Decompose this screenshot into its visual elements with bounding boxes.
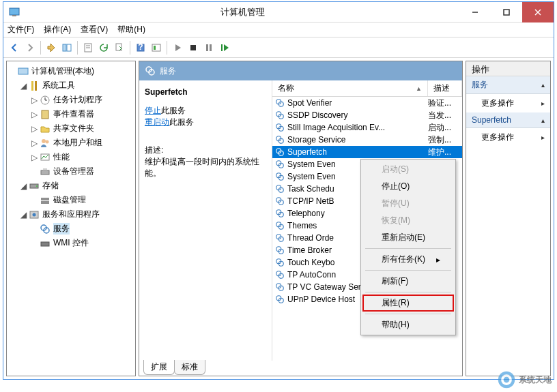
details-pane: Superfetch 停止此服务 重启动此服务 描述: 维护和提高一段时间内的系… — [139, 80, 272, 361]
tree-system-tools[interactable]: ◢系统工具 — [8, 78, 134, 93]
service-desc: 维护... — [428, 147, 459, 158]
service-row[interactable]: Still Image Acquisition Ev...启动... — [272, 121, 462, 134]
restart-button[interactable] — [218, 41, 231, 55]
tree-services-apps[interactable]: ◢服务和应用程序 — [8, 207, 134, 222]
action-more-2[interactable]: 更多操作▸ — [466, 128, 550, 147]
cm-resume: 恢复(M) — [362, 212, 454, 229]
window-title: 计算机管理 — [25, 6, 459, 18]
service-desc: 验证... — [428, 97, 459, 109]
minimize-button[interactable] — [459, 2, 491, 22]
help-button[interactable]: ? — [134, 41, 147, 55]
cm-start: 启动(S) — [362, 161, 454, 178]
action-group-superfetch[interactable]: Superfetch▴ — [466, 112, 550, 128]
menu-action[interactable]: 操作(A) — [44, 24, 71, 35]
col-name[interactable]: 名称▲ — [272, 80, 428, 96]
tree-wmi[interactable]: WMI 控件 — [8, 236, 134, 250]
back-button[interactable] — [8, 41, 21, 55]
tree-event-viewer[interactable]: ▷事件查看器 — [8, 107, 134, 121]
tree-disk-management[interactable]: 磁盘管理 — [8, 193, 134, 207]
cm-pause: 暂停(U) — [362, 195, 454, 212]
svg-rect-20 — [18, 68, 28, 74]
svg-rect-16 — [190, 45, 196, 50]
center-header: 服务 — [139, 61, 462, 80]
svg-point-79 — [504, 377, 510, 383]
tree-panel[interactable]: 计算机管理(本地) ◢系统工具 ▷任务计划程序 ▷事件查看器 ▷共享文件夹 ▷本… — [6, 61, 136, 376]
service-name: Still Image Acquisition Ev... — [287, 123, 428, 132]
service-name: Storage Service — [287, 135, 428, 145]
tree-root[interactable]: 计算机管理(本地) — [8, 64, 134, 78]
close-button[interactable] — [522, 2, 554, 22]
service-row[interactable]: SSDP Discovery当发... — [272, 109, 462, 121]
svg-rect-22 — [35, 81, 37, 91]
service-name: Superfetch — [287, 147, 428, 157]
tree-services[interactable]: 服务 — [8, 222, 134, 236]
service-row[interactable]: Spot Verifier验证... — [272, 97, 462, 109]
desc-label: 描述: — [145, 145, 266, 156]
tree-storage[interactable]: ◢存储 — [8, 179, 134, 193]
show-hide-tree-button[interactable] — [60, 41, 74, 55]
watermark: 系统天地 — [497, 370, 552, 389]
service-row[interactable]: Superfetch维护... — [272, 146, 462, 158]
svg-rect-34 — [41, 198, 49, 200]
svg-rect-0 — [10, 8, 19, 15]
play-button[interactable] — [171, 41, 184, 55]
svg-point-28 — [46, 140, 49, 143]
menu-help[interactable]: 帮助(H) — [117, 24, 145, 35]
cm-refresh[interactable]: 刷新(F) — [362, 273, 454, 290]
service-row[interactable]: Storage Service强制... — [272, 134, 462, 146]
svg-rect-26 — [42, 110, 48, 119]
desc-text: 维护和提高一段时间内的系统性能。 — [145, 156, 266, 179]
svg-text:?: ? — [138, 42, 143, 52]
svg-rect-17 — [206, 44, 208, 51]
svg-rect-21 — [31, 81, 33, 91]
service-desc: 启动... — [428, 122, 459, 134]
svg-rect-14 — [152, 44, 160, 51]
cm-restart[interactable]: 重新启动(E) — [362, 229, 454, 246]
up-button[interactable] — [44, 41, 58, 55]
tree-device-manager[interactable]: 设备管理器 — [8, 164, 134, 179]
cm-stop[interactable]: 停止(O) — [362, 178, 454, 195]
context-menu[interactable]: 启动(S) 停止(O) 暂停(U) 恢复(M) 重新启动(E) 所有任务(K)▸… — [360, 159, 456, 335]
svg-rect-15 — [154, 46, 156, 50]
tab-extended[interactable]: 扩展 — [143, 360, 175, 375]
svg-rect-19 — [221, 44, 223, 51]
svg-rect-7 — [67, 44, 71, 51]
cm-help[interactable]: 帮助(H) — [362, 316, 454, 333]
actions-title: 操作 — [466, 61, 550, 76]
cm-properties[interactable]: 属性(R) — [362, 295, 454, 312]
maximize-button[interactable] — [491, 2, 522, 22]
export-button[interactable] — [113, 41, 126, 55]
col-desc[interactable]: 描述 — [428, 80, 462, 96]
action-group-services[interactable]: 服务▴ — [466, 76, 550, 94]
service-name: Spot Verifier — [287, 98, 428, 108]
service-desc: 强制... — [428, 134, 459, 146]
action-more-1[interactable]: 更多操作▸ — [466, 94, 550, 112]
svg-rect-35 — [41, 201, 49, 204]
tree-task-scheduler[interactable]: ▷任务计划程序 — [8, 93, 134, 107]
properties-button[interactable] — [81, 41, 95, 55]
toolbar: ? — [3, 37, 554, 58]
tab-standard[interactable]: 标准 — [174, 360, 205, 375]
menu-file[interactable]: 文件(F) — [8, 24, 34, 35]
menu-view[interactable]: 查看(V) — [81, 24, 108, 35]
forward-button[interactable] — [23, 41, 37, 55]
stop-link[interactable]: 停止 — [145, 106, 161, 115]
selected-service-name: Superfetch — [145, 87, 266, 97]
cm-alltasks[interactable]: 所有任务(K)▸ — [362, 251, 454, 268]
service-desc: 当发... — [428, 110, 459, 121]
menubar: 文件(F) 操作(A) 查看(V) 帮助(H) — [3, 22, 554, 37]
svg-point-33 — [36, 185, 38, 187]
svg-rect-6 — [63, 44, 66, 51]
stop-button[interactable] — [186, 41, 200, 55]
tree-performance[interactable]: ▷性能 — [8, 150, 134, 164]
titlebar: 计算机管理 — [3, 2, 554, 22]
refresh-button[interactable] — [97, 41, 111, 55]
restart-link[interactable]: 重启动 — [145, 117, 169, 127]
tree-shared-folders[interactable]: ▷共享文件夹 — [8, 121, 134, 136]
svg-rect-18 — [210, 44, 212, 51]
toolbar-icon-5[interactable] — [149, 41, 163, 55]
tree-local-users[interactable]: ▷本地用户和组 — [8, 136, 134, 150]
pause-button[interactable] — [202, 41, 216, 55]
list-header: 名称▲ 描述 — [272, 80, 462, 97]
svg-rect-31 — [43, 168, 47, 170]
